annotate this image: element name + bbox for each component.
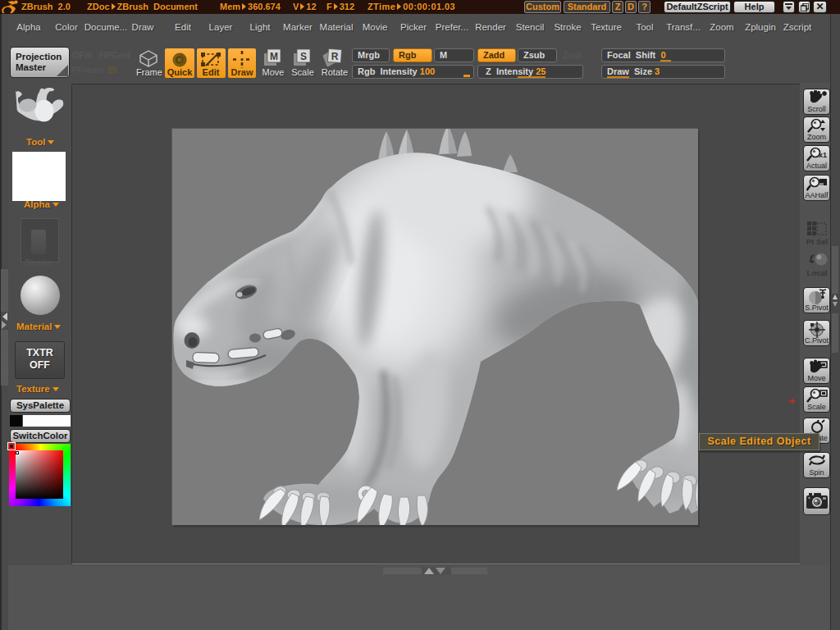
svg-text:x1: x1 [819, 151, 827, 159]
svg-text:M: M [270, 51, 278, 62]
svg-text:R: R [331, 51, 339, 62]
svg-text:S: S [300, 51, 307, 62]
